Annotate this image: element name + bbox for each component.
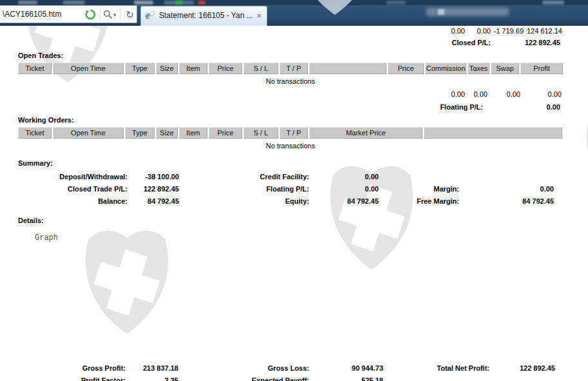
stat-label [383, 376, 489, 381]
ie-icon: e [146, 10, 156, 21]
col-price: Price [209, 127, 242, 139]
window-top-strip [0, 0, 588, 5]
summary-value [459, 173, 554, 185]
refresh-button[interactable]: ↻ [123, 6, 137, 23]
tab-close-button[interactable]: × [256, 6, 261, 25]
col-sl: S / L [243, 63, 278, 74]
working-orders-empty: No transactions [18, 142, 563, 150]
summary-value: 84 792.45 [128, 197, 179, 210]
col-market-price: Market Price [309, 127, 422, 139]
col-blank [424, 127, 562, 139]
summary-label: Deposit/Withdrawal: [18, 173, 128, 185]
col-ticket: Ticket [18, 63, 52, 74]
col-open-time: Open Time [53, 127, 124, 139]
summary-value: -38 100.00 [128, 173, 179, 185]
col-item: Item [179, 127, 207, 139]
working-orders-title: Working Orders: [18, 116, 74, 124]
browser-tab[interactable]: e Statement: 166105 - Yan ... × [140, 6, 267, 26]
summary-label: Balance: [18, 197, 128, 210]
watermark-shield-icon [72, 220, 182, 340]
col-commission: Commission [425, 63, 466, 74]
summary-label: Closed Trade P/L: [18, 185, 128, 197]
stat-label: Expected Payoff: [178, 376, 309, 381]
summary-value: 122 892.45 [128, 185, 179, 197]
stats-grid: Gross Profit: 213 837.18 Gross Loss: 90 … [18, 364, 555, 381]
tab-title[interactable]: Statement: 166105 - Yan ... [159, 6, 253, 25]
col-close-price: Price [388, 63, 424, 74]
col-swap: Swap [491, 63, 519, 74]
open-total-commission: 0.00 [451, 90, 465, 98]
stat-label: Profit Factor: [18, 376, 126, 381]
closed-total-taxes: 0.00 [477, 27, 491, 35]
summary-value: 0.00 [459, 185, 554, 197]
compatibility-refresh-icon[interactable] [85, 9, 96, 20]
summary-value: 84 792.45 [459, 197, 554, 210]
summary-label: Free Margin: [379, 197, 459, 210]
col-price: Price [209, 63, 242, 74]
graph-broken-image-alt: Graph [35, 233, 58, 242]
summary-grid: Deposit/Withdrawal: -38 100.00 Credit Fa… [18, 173, 554, 210]
open-trades-empty: No transactions [18, 77, 563, 85]
col-size: Size [156, 63, 178, 74]
working-orders-header-row: Ticket Open Time Type Size Item Price S … [18, 127, 562, 139]
summary-value: 0.00 [309, 185, 379, 197]
closed-total-swap: -1 719.69 [494, 27, 524, 35]
stat-value: 2.35 [126, 376, 178, 381]
details-title: Details: [18, 217, 44, 224]
open-trades-header-row: Ticket Open Time Type Size Item Price S … [18, 63, 563, 74]
summary-label: Equity: [179, 197, 309, 210]
stat-value: 525.18 [309, 376, 383, 381]
stat-value: 122 892.45 [489, 364, 555, 376]
floating-pl-label: Floating P/L: [440, 103, 483, 111]
address-bar[interactable]: \ACY166105.htm ▾ ↻ [0, 5, 137, 23]
summary-title: Summary: [18, 159, 53, 167]
address-text[interactable]: \ACY166105.htm [3, 6, 61, 23]
background-window-glyph [438, 9, 444, 15]
open-total-swap: 0.00 [507, 90, 520, 98]
stat-label: Gross Profit: [18, 364, 126, 376]
summary-label: Floating P/L: [179, 185, 309, 197]
divider [100, 8, 100, 21]
open-total-profit: 0.00 [548, 90, 562, 98]
col-taxes: Taxes [468, 63, 489, 74]
summary-value: 0.00 [309, 173, 379, 185]
summary-value: 84 792.45 [309, 197, 379, 210]
col-type: Type [125, 127, 155, 139]
summary-label [379, 173, 459, 185]
divider [120, 8, 120, 21]
search-icon[interactable] [103, 10, 113, 19]
closed-total-commission: 0.00 [451, 27, 465, 35]
closed-pl-value: 122 892.45 [525, 39, 560, 46]
closed-pl-label: Closed P/L: [451, 39, 491, 46]
col-profit: Profit [520, 63, 563, 74]
stat-value: 90 944.73 [309, 364, 383, 376]
summary-label: Margin: [379, 185, 459, 197]
open-total-taxes: 0.00 [474, 90, 488, 98]
statement-page: 0.00 0.00 -1 719.69 124 612.14 Closed P/… [0, 26, 588, 381]
col-sl: S / L [243, 127, 278, 139]
screenshot-root: \ACY166105.htm ▾ ↻ e Statement: 166105 -… [0, 0, 588, 381]
stat-label: Gross Loss: [178, 364, 309, 376]
stat-label: Total Net Profit: [383, 364, 489, 376]
stat-value: 213 837.18 [126, 364, 178, 376]
col-tp: T / P [280, 127, 308, 139]
browser-chrome: \ACY166105.htm ▾ ↻ e Statement: 166105 -… [0, 0, 588, 26]
closed-total-profit: 124 612.14 [527, 27, 562, 35]
open-trades-title: Open Trades: [18, 52, 63, 59]
col-tp: T / P [280, 63, 308, 74]
col-type: Type [125, 63, 155, 74]
col-ticket: Ticket [18, 127, 52, 139]
floating-pl-value: 0.00 [547, 103, 560, 111]
search-dropdown-icon[interactable]: ▾ [113, 6, 117, 23]
col-blank [309, 63, 386, 74]
watermark-shield-icon [573, 97, 588, 217]
col-open-time: Open Time [53, 63, 124, 74]
stat-value [489, 376, 555, 381]
summary-label: Credit Facility: [179, 173, 309, 185]
col-size: Size [156, 127, 178, 139]
col-item: Item [179, 63, 207, 74]
